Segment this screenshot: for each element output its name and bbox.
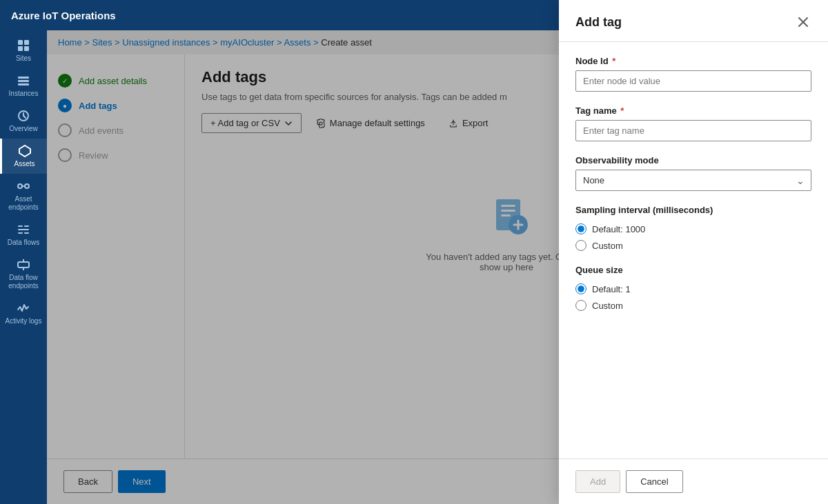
node-id-label: Node Id *	[575, 56, 811, 66]
sampling-default-label: Default: 1000	[592, 224, 645, 234]
svg-rect-1	[24, 40, 29, 45]
sidebar-item-sites-label: Sites	[16, 54, 31, 63]
queue-size-title: Queue size	[575, 265, 811, 275]
sidebar-item-overview[interactable]: Overview	[0, 103, 47, 139]
svg-point-9	[25, 184, 29, 188]
sidebar-item-asset-endpoints[interactable]: Asset endpoints	[0, 174, 47, 217]
activity-icon	[17, 301, 30, 315]
assets-icon	[18, 144, 32, 158]
app-title: Azure IoT Operations	[11, 10, 116, 21]
observability-mode-select-wrapper: None Gauge Counter Histogram Log	[575, 170, 811, 191]
sidebar-item-data-flows[interactable]: Data flows	[0, 217, 47, 252]
sampling-interval-title: Sampling interval (milliseconds)	[575, 205, 811, 215]
node-id-input[interactable]	[575, 70, 811, 92]
sampling-custom-label: Custom	[592, 241, 623, 251]
queue-size-field-group: Queue size Default: 1 Custom	[575, 265, 811, 311]
observability-mode-field-group: Observability mode None Gauge Counter Hi…	[575, 155, 811, 191]
dataflows-icon	[17, 223, 30, 236]
svg-rect-4	[18, 77, 29, 79]
sidebar-item-data-flow-endpoints-label: Data flow endpoints	[3, 274, 44, 290]
overview-icon	[17, 109, 30, 123]
queue-default-option[interactable]: Default: 1	[575, 283, 811, 294]
sampling-custom-option[interactable]: Custom	[575, 240, 811, 251]
queue-default-label: Default: 1	[592, 284, 631, 294]
sidebar-item-sites[interactable]: Sites	[0, 33, 47, 68]
grid-icon	[17, 39, 30, 52]
cancel-button[interactable]: Cancel	[626, 470, 682, 493]
panel-body: Node Id * Tag name * Observability mode …	[559, 42, 828, 458]
svg-rect-11	[18, 262, 29, 268]
queue-custom-label: Custom	[592, 301, 623, 311]
sidebar-item-instances-label: Instances	[9, 90, 39, 98]
panel-footer: Add Cancel	[559, 458, 828, 504]
queue-default-radio[interactable]	[575, 283, 586, 294]
instances-icon	[17, 74, 30, 88]
tag-name-label: Tag name *	[575, 105, 811, 116]
sampling-interval-field-group: Sampling interval (milliseconds) Default…	[575, 205, 811, 251]
sidebar-item-activity-logs-label: Activity logs	[6, 317, 42, 325]
queue-custom-option[interactable]: Custom	[575, 300, 811, 311]
tag-name-field-group: Tag name *	[575, 105, 811, 141]
tag-name-input[interactable]	[575, 120, 811, 141]
df-endpoints-icon	[17, 258, 30, 272]
observability-mode-select[interactable]: None Gauge Counter Histogram Log	[575, 170, 811, 191]
panel-header: Add tag	[559, 0, 828, 42]
sidebar-item-asset-endpoints-label: Asset endpoints	[3, 195, 44, 212]
close-panel-button[interactable]	[795, 14, 811, 30]
endpoints-icon	[17, 179, 30, 193]
sampling-interval-radio-group: Default: 1000 Custom	[575, 223, 811, 251]
sidebar-item-assets-label: Assets	[14, 160, 34, 168]
sidebar-item-instances[interactable]: Instances	[0, 68, 47, 103]
tag-name-required: *	[618, 105, 624, 116]
observability-mode-label: Observability mode	[575, 155, 811, 165]
sidebar: Sites Instances Overview Assets Asset en…	[0, 30, 47, 504]
sidebar-item-activity-logs[interactable]: Activity logs	[0, 296, 47, 331]
svg-point-8	[18, 184, 22, 188]
sidebar-item-data-flows-label: Data flows	[8, 239, 40, 247]
sampling-default-option[interactable]: Default: 1000	[575, 223, 811, 234]
sidebar-item-overview-label: Overview	[9, 125, 38, 133]
node-id-field-group: Node Id *	[575, 56, 811, 92]
close-icon	[798, 17, 809, 28]
queue-size-radio-group: Default: 1 Custom	[575, 283, 811, 311]
add-button[interactable]: Add	[575, 470, 620, 493]
sampling-default-radio[interactable]	[575, 223, 586, 234]
queue-custom-radio[interactable]	[575, 300, 586, 311]
sidebar-item-assets[interactable]: Assets	[0, 139, 47, 174]
svg-rect-6	[18, 83, 29, 85]
svg-rect-0	[18, 40, 23, 45]
sidebar-item-data-flow-endpoints[interactable]: Data flow endpoints	[0, 252, 47, 296]
svg-rect-3	[24, 46, 29, 51]
svg-rect-2	[18, 46, 23, 51]
add-tag-panel: Add tag Node Id * Tag name * Observabili…	[559, 0, 828, 504]
panel-title: Add tag	[575, 15, 622, 30]
svg-rect-5	[18, 80, 29, 82]
node-id-required: *	[610, 56, 616, 66]
sampling-custom-radio[interactable]	[575, 240, 586, 251]
